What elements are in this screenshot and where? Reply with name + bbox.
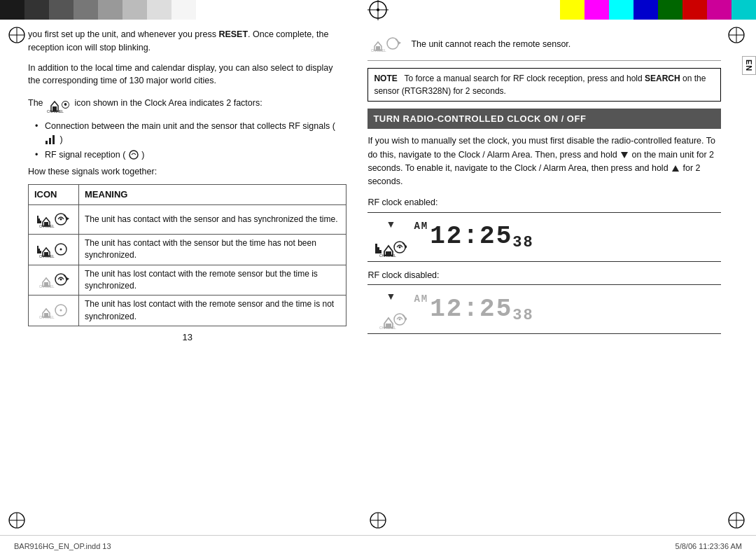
- bar-green: [658, 0, 682, 20]
- bar-cyan: [609, 0, 634, 20]
- footer-filename: BAR916HG_EN_OP.indd 13: [14, 542, 111, 550]
- table-icon-cell-2: CHANNEL: [29, 234, 79, 265]
- intro-paragraph: you first set up the unit, and whenever …: [28, 28, 346, 55]
- rf-channel-icon: CHANNEL: [374, 233, 407, 257]
- table-row: CHANNEL The unit has: [29, 265, 346, 296]
- svg-text:CHANNEL: CHANNEL: [371, 49, 386, 52]
- rf-down-indicator: ▼: [386, 217, 396, 232]
- search-bold: SEARCH: [645, 74, 680, 83]
- top-color-bars: [0, 0, 756, 20]
- language-tab: EN: [742, 56, 756, 75]
- bar-midgray: [74, 0, 98, 20]
- bar-pink: [707, 0, 732, 20]
- sensor-icon: CHANNEL: [368, 32, 404, 52]
- bar-white: [172, 0, 196, 20]
- sensor-icon-area: CHANNEL: [368, 32, 404, 56]
- svg-marker-60: [621, 152, 628, 158]
- factor-rf: RF signal reception ( ): [35, 148, 346, 162]
- bar-yellow: [560, 0, 584, 20]
- note-label: NOTE: [374, 74, 397, 83]
- bar-red: [682, 0, 707, 20]
- note-box: NOTE To force a manual search for RF clo…: [368, 68, 721, 102]
- sensor-row: CHANNEL The unit cannot reach the remote…: [368, 28, 721, 61]
- svg-point-48: [59, 279, 62, 281]
- rf-enabled-controls: ▼ CHANNEL: [374, 217, 407, 257]
- rf-time-display: AM 12:25 38: [414, 218, 533, 256]
- svg-rect-30: [40, 221, 41, 223]
- footer-bar: BAR916HG_EN_OP.indd 13 5/8/06 11:23:36 A…: [0, 535, 756, 556]
- svg-rect-65: [379, 250, 382, 253]
- bottom-left-reg-mark: [7, 510, 27, 532]
- table-icon-cell-3: CHANNEL: [29, 265, 79, 296]
- factor-connection: Connection between the main unit and the…: [35, 120, 346, 146]
- reset-bold: RESET: [218, 29, 248, 39]
- svg-point-75: [399, 319, 401, 321]
- rf-disabled-ampm: AM: [414, 292, 428, 307]
- signal-bars-icon: [45, 134, 57, 145]
- rf-seconds: 38: [512, 231, 533, 254]
- svg-marker-59: [398, 41, 401, 45]
- main-content: you first set up the unit, and whenever …: [28, 28, 721, 528]
- svg-rect-32: [37, 216, 38, 223]
- svg-marker-70: [405, 245, 407, 249]
- table-header-meaning: MEANING: [79, 185, 346, 205]
- color-bar-center: [196, 0, 560, 20]
- rf-colon: :: [463, 218, 479, 256]
- svg-rect-39: [40, 251, 41, 253]
- table-header-icon: ICON: [29, 185, 79, 205]
- table-row: CHANNEL The unit has: [29, 234, 346, 265]
- svg-rect-66: [377, 247, 379, 253]
- body-text: If you wish to manually set the clock, y…: [368, 134, 721, 189]
- table-row: CHANNEL The unit has lost contact with t…: [29, 296, 346, 326]
- rf-ampm: AM: [414, 219, 428, 234]
- center-crosshair-icon: [368, 0, 388, 20]
- table-row: CHANNEL: [29, 204, 346, 234]
- rf-disabled-label: RF clock disabled:: [368, 269, 721, 282]
- top-right-reg-mark: [727, 25, 746, 47]
- channel-signal-icon: CHANNEL ⦿: [46, 95, 72, 113]
- bar-pale: [147, 0, 172, 20]
- rf-enabled-display: ▼ CHANNEL AM 12:25 38: [368, 212, 721, 262]
- table-meaning-cell-1: The unit has contact with the sensor and…: [79, 204, 346, 234]
- svg-point-69: [399, 246, 401, 248]
- bar-black: [0, 0, 24, 20]
- svg-rect-67: [375, 244, 377, 253]
- svg-text:CHANNEL: CHANNEL: [39, 285, 55, 288]
- rf-disabled-minutes: 25: [479, 291, 512, 328]
- svg-marker-76: [405, 317, 407, 321]
- icon-lost-synced: CHANNEL: [36, 268, 72, 288]
- bar-darkgray: [49, 0, 74, 20]
- table-meaning-cell-3: The unit has lost contact with the remot…: [79, 265, 346, 296]
- rf-disabled-seconds: 38: [512, 304, 533, 327]
- bar-dark: [24, 0, 49, 20]
- table-icon-cell-4: CHANNEL: [29, 296, 79, 326]
- svg-marker-49: [66, 277, 69, 281]
- factors-list: Connection between the main unit and the…: [28, 120, 346, 161]
- table-meaning-cell-2: The unit has contact with the sensor but…: [79, 234, 346, 265]
- rf-circle-icon: [128, 149, 139, 160]
- bar-blue: [634, 0, 658, 20]
- cities-paragraph: In addition to the local time and calend…: [28, 62, 346, 88]
- svg-rect-23: [46, 141, 48, 144]
- rf-minutes: 25: [479, 218, 512, 256]
- svg-point-26: [130, 151, 138, 159]
- bottom-right-reg-mark: [727, 510, 746, 532]
- svg-rect-25: [52, 135, 55, 144]
- svg-rect-24: [49, 138, 51, 144]
- bar-magenta: [584, 0, 609, 20]
- svg-point-43: [59, 248, 62, 250]
- svg-point-3: [377, 8, 379, 11]
- page-number: 13: [28, 331, 346, 345]
- right-column: CHANNEL The unit cannot reach the remote…: [368, 28, 721, 528]
- rf-disabled-hours: 12: [430, 291, 463, 328]
- svg-rect-40: [38, 249, 40, 253]
- svg-text:CHANNEL: CHANNEL: [379, 326, 396, 329]
- color-bar-right: [560, 0, 756, 20]
- svg-text:CHANNEL: CHANNEL: [379, 253, 396, 257]
- top-left-reg-mark: [7, 25, 27, 47]
- svg-marker-35: [66, 217, 69, 221]
- color-bar-left: [0, 0, 196, 20]
- rf-enabled-label: RF clock enabled:: [368, 196, 721, 209]
- bar-teal: [732, 0, 756, 20]
- rf-disabled-controls: ▼ CHANNEL: [374, 289, 407, 329]
